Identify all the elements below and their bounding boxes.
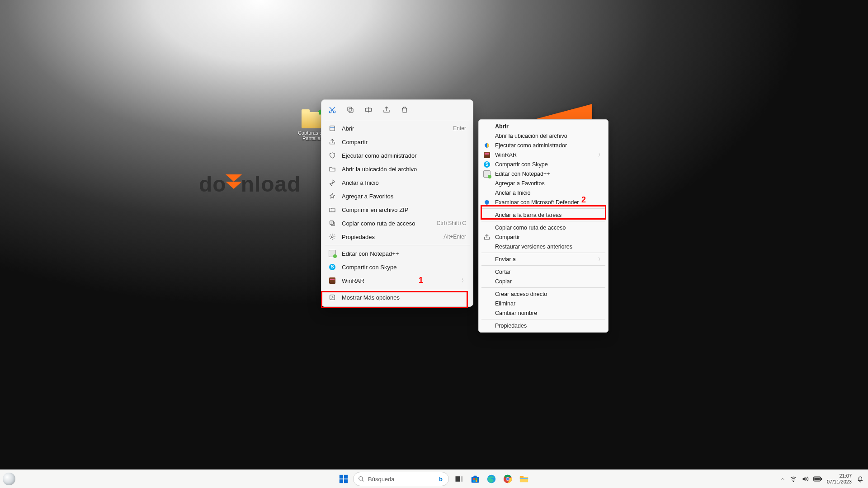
classic-menu-item[interactable]: Anclar a Inicio	[480, 188, 607, 197]
delete-icon[interactable]	[400, 105, 410, 115]
context-menu-show-more-label: Mostrar Más opciones	[342, 294, 466, 301]
context-menu-classic: Abrir Abrir la ubicación del archivo Eje…	[478, 119, 609, 333]
context-menu-item-label: Abrir	[342, 125, 448, 132]
classic-menu-item-label: Examinar con Microsoft Defender	[495, 199, 603, 206]
classic-menu-item[interactable]: Anclar a la barra de tareas	[480, 210, 607, 220]
svg-marker-1	[226, 174, 242, 182]
classic-menu-item-label: Agregar a Favoritos	[495, 180, 603, 187]
path-icon	[328, 220, 336, 227]
classic-menu-item[interactable]: Copiar	[480, 277, 607, 286]
share-icon	[328, 138, 336, 145]
context-menu-item[interactable]: Anclar a Inicio	[324, 176, 471, 189]
classic-menu-item[interactable]: Examinar con Microsoft Defender	[480, 197, 607, 207]
svg-marker-2	[226, 182, 242, 189]
classic-menu-item-label: Compartir con Skype	[495, 161, 603, 168]
classic-menu-item[interactable]: Ejecutar como administrador	[480, 141, 607, 150]
classic-menu-item[interactable]: Editar con Notepad++	[480, 169, 607, 178]
context-menu-item[interactable]: Abrir Enter	[324, 122, 471, 135]
context-menu-app-item[interactable]: WinRAR 〉	[324, 274, 471, 287]
menu-separator	[481, 287, 605, 288]
classic-menu-item[interactable]: Enviar a 〉	[480, 254, 607, 264]
menu-separator	[481, 319, 605, 319]
context-menu-item-label: Editar con Notepad++	[342, 250, 466, 257]
chevron-right-icon: 〉	[598, 256, 603, 263]
classic-menu-item[interactable]: Propiedades	[480, 321, 607, 330]
menu-separator	[481, 221, 605, 221]
annotation-number-1: 1	[419, 276, 423, 285]
context-menu-item-label: Abrir la ubicación del archivo	[342, 166, 466, 173]
classic-menu-item[interactable]: Cambiar nombre	[480, 308, 607, 318]
context-menu-item[interactable]: Copiar como ruta de acceso Ctrl+Shift+C	[324, 216, 471, 230]
classic-menu-item-label: Anclar a la barra de tareas	[495, 212, 603, 218]
classic-menu-item-label: Eliminar	[495, 300, 603, 307]
context-menu-item[interactable]: Compartir	[324, 135, 471, 149]
rename-icon[interactable]	[363, 105, 373, 115]
classic-menu-item[interactable]: S Compartir con Skype	[480, 160, 607, 169]
annotation-number-2: 2	[581, 195, 586, 205]
context-menu-item[interactable]: Agregar a Favoritos	[324, 189, 471, 203]
classic-menu-item-label: Enviar a	[495, 256, 603, 263]
admin-icon	[328, 152, 336, 159]
svg-point-11	[331, 236, 333, 238]
npp-icon	[328, 250, 336, 257]
classic-menu-item[interactable]: Abrir	[480, 122, 607, 131]
classic-menu-item[interactable]: Agregar a Favoritos	[480, 178, 607, 188]
classic-menu-item[interactable]: Cortar	[480, 267, 607, 277]
context-menu-modern: Abrir Enter Compartir Ejecutar como admi…	[321, 99, 473, 307]
context-menu-toolbar	[324, 102, 471, 118]
classic-menu-item-label: Cortar	[495, 269, 603, 275]
classic-menu-item[interactable]: Abrir la ubicación del archivo	[480, 131, 607, 141]
svg-rect-10	[330, 221, 334, 225]
classic-menu-item-label: Anclar a Inicio	[495, 190, 603, 196]
classic-menu-item-label: Copiar como ruta de acceso	[495, 225, 603, 231]
defender-icon	[483, 199, 491, 206]
npp-icon	[483, 170, 491, 178]
share-icon[interactable]	[382, 105, 392, 115]
context-menu-app-item[interactable]: Editar con Notepad++	[324, 247, 471, 260]
context-menu-item[interactable]: Ejecutar como administrador	[324, 149, 471, 162]
winrar-icon	[483, 152, 491, 158]
open-icon	[328, 125, 336, 132]
context-menu-item-label: Agregar a Favoritos	[342, 193, 466, 200]
zip-icon	[328, 206, 336, 213]
classic-menu-item[interactable]: Copiar como ruta de acceso	[480, 223, 607, 232]
context-menu-item[interactable]: Comprimir en archivo ZIP	[324, 203, 471, 216]
context-menu-item-label: Compartir con Skype	[342, 264, 466, 271]
classic-menu-item-label: Compartir	[495, 234, 603, 240]
star-icon	[328, 192, 336, 200]
menu-separator	[481, 253, 605, 253]
classic-menu-item[interactable]: Compartir	[480, 232, 607, 242]
classic-menu-item-label: Editar con Notepad++	[495, 171, 603, 177]
context-menu-item[interactable]: Propiedades Alt+Enter	[324, 230, 471, 244]
menu-separator	[481, 265, 605, 266]
svg-rect-8	[330, 126, 335, 131]
context-menu-item[interactable]: Abrir la ubicación del archivo	[324, 162, 471, 176]
context-menu-show-more[interactable]: Mostrar Más opciones	[324, 291, 471, 304]
chevron-right-icon: 〉	[462, 277, 466, 284]
context-menu-item-label: Comprimir en archivo ZIP	[342, 206, 466, 213]
classic-menu-item[interactable]: WinRAR 〉	[480, 150, 607, 160]
classic-menu-item-label: Ejecutar como administrador	[495, 142, 603, 149]
menu-separator	[481, 208, 605, 209]
folder-icon	[328, 165, 336, 173]
context-menu-item-label: Copiar como ruta de acceso	[342, 220, 431, 227]
svg-rect-5	[349, 108, 353, 113]
cut-icon[interactable]	[327, 105, 337, 115]
svg-rect-12	[330, 295, 335, 300]
context-menu-item-label: Compartir	[342, 139, 466, 145]
share-icon	[483, 234, 491, 241]
pin-icon	[328, 179, 336, 186]
classic-menu-item-label: Abrir	[495, 123, 603, 130]
classic-menu-item-label: WinRAR	[495, 152, 603, 158]
classic-menu-item-label: Copiar	[495, 278, 603, 285]
wallpaper-brand-text: do nload	[199, 172, 301, 197]
context-menu-item-shortcut: Enter	[453, 125, 466, 131]
classic-menu-item[interactable]: Crear acceso directo	[480, 289, 607, 299]
context-menu-app-item[interactable]: S Compartir con Skype	[324, 260, 471, 274]
copy-icon[interactable]	[345, 105, 355, 115]
classic-menu-item[interactable]: Restaurar versiones anteriores	[480, 242, 607, 251]
classic-menu-item[interactable]: Eliminar	[480, 299, 607, 308]
context-menu-item-label: WinRAR	[342, 277, 466, 284]
context-menu-item-shortcut: Alt+Enter	[443, 234, 466, 240]
winrar-icon	[328, 277, 336, 284]
